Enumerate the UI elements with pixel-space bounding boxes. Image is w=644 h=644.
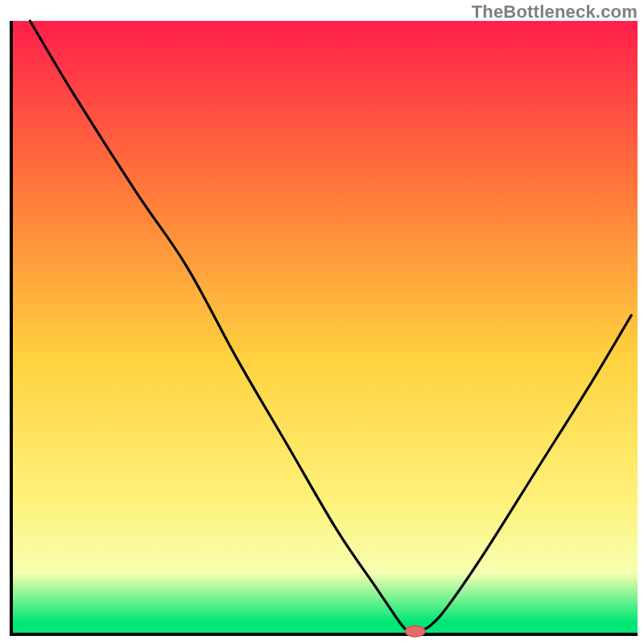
plot-background (11, 21, 638, 634)
bottleneck-chart (0, 0, 644, 644)
watermark-text: TheBottleneck.com (472, 2, 638, 23)
chart-stage: TheBottleneck.com (0, 0, 644, 644)
optimum-marker (405, 625, 425, 637)
